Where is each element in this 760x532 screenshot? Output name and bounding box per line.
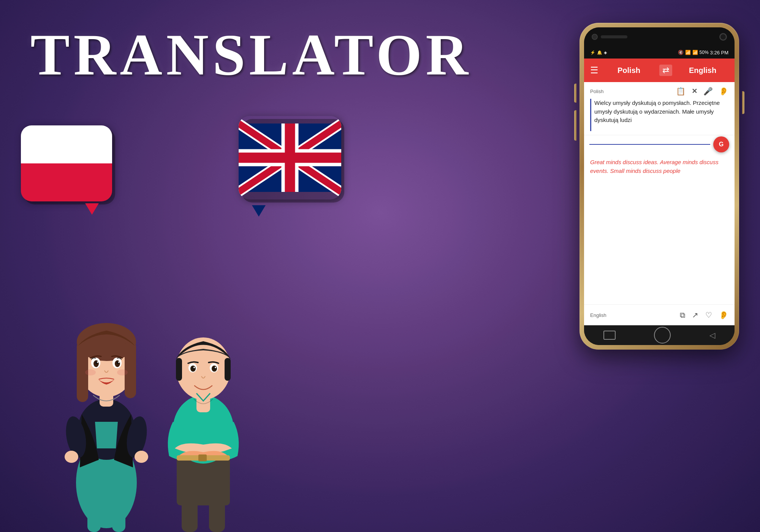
result-action-bar: English ⧉ ↗ ♡ 👂 bbox=[584, 304, 735, 325]
copy-result-icon[interactable]: ⧉ bbox=[680, 311, 685, 320]
listen-result-icon[interactable]: 👂 bbox=[719, 310, 728, 320]
male-character bbox=[148, 182, 258, 532]
svg-point-29 bbox=[118, 361, 120, 363]
svg-rect-41 bbox=[225, 358, 231, 381]
recent-apps-button[interactable] bbox=[603, 331, 616, 340]
power-button[interactable] bbox=[742, 91, 744, 114]
home-button[interactable] bbox=[654, 327, 671, 344]
notification-icon: 🔔 bbox=[597, 50, 602, 55]
phone-nav-bar: ◁ bbox=[584, 325, 735, 345]
svg-point-39 bbox=[176, 337, 231, 400]
svg-rect-11 bbox=[112, 505, 125, 532]
volume-down-button[interactable] bbox=[574, 110, 576, 141]
phone-sensor-bar bbox=[584, 27, 735, 46]
svg-point-48 bbox=[193, 367, 195, 368]
app-toolbar: ☰ Polish ⇄ English bbox=[584, 59, 735, 82]
front-camera bbox=[719, 33, 727, 41]
google-translate-icon: G bbox=[719, 141, 724, 148]
svg-rect-21 bbox=[125, 341, 136, 398]
app-content: Polish 📋 ✕ 🎤 👂 Wielcy umysły dyskutują o… bbox=[584, 82, 735, 325]
divider-line bbox=[589, 144, 710, 145]
svg-point-16 bbox=[135, 451, 148, 463]
hamburger-menu-icon[interactable]: ☰ bbox=[590, 65, 598, 76]
svg-point-31 bbox=[117, 369, 128, 375]
source-input-text[interactable]: Wielcy umysły dyskutują o pomysłach. Prz… bbox=[590, 99, 728, 131]
translate-button[interactable]: G bbox=[713, 136, 729, 152]
result-lang-label: English bbox=[590, 312, 606, 318]
svg-rect-40 bbox=[176, 358, 182, 381]
source-lang-label: Polish bbox=[590, 89, 603, 94]
svg-rect-10 bbox=[87, 505, 101, 532]
svg-point-49 bbox=[215, 367, 216, 368]
selfie-camera bbox=[592, 34, 598, 40]
clipboard-icon[interactable]: 📋 bbox=[676, 87, 686, 96]
wifi-icon: 📶 bbox=[685, 50, 691, 55]
usb-icon: ⚡ bbox=[590, 50, 595, 55]
android-icon: ◈ bbox=[604, 50, 607, 55]
polish-flag-bubble bbox=[21, 125, 120, 217]
favorite-icon[interactable]: ♡ bbox=[705, 310, 712, 320]
microphone-icon[interactable]: 🎤 bbox=[703, 87, 713, 96]
back-button[interactable]: ◁ bbox=[709, 331, 715, 340]
share-result-icon[interactable]: ↗ bbox=[692, 310, 698, 320]
status-right-info: 🔇 📶 📶 50% 3:26 PM bbox=[678, 50, 728, 55]
result-section: Great minds discuss ideas. Average minds… bbox=[584, 154, 735, 304]
target-language-label[interactable]: English bbox=[677, 66, 728, 75]
time-display: 3:26 PM bbox=[710, 50, 728, 55]
translated-text: Great minds discuss ideas. Average minds… bbox=[590, 158, 728, 175]
app-title: TRANSLATOR bbox=[30, 21, 472, 89]
svg-point-28 bbox=[97, 361, 98, 363]
status-bar: ⚡ 🔔 ◈ 🔇 📶 📶 50% 3:26 PM bbox=[584, 46, 735, 59]
female-character bbox=[49, 171, 163, 532]
svg-point-15 bbox=[65, 451, 78, 463]
translate-divider: G bbox=[584, 135, 735, 154]
volume-up-button[interactable] bbox=[574, 84, 576, 103]
phone-device: ⚡ 🔔 ◈ 🔇 📶 📶 50% 3:26 PM ☰ Polish ⇄ Engli… bbox=[580, 23, 739, 350]
mute-icon: 🔇 bbox=[678, 50, 684, 55]
swap-languages-icon[interactable]: ⇄ bbox=[659, 65, 672, 76]
svg-rect-37 bbox=[198, 454, 207, 461]
svg-rect-8 bbox=[239, 153, 341, 163]
svg-point-30 bbox=[85, 369, 96, 375]
uk-flag-bubble bbox=[239, 116, 345, 215]
speaker-grille bbox=[601, 35, 627, 38]
source-section: Polish 📋 ✕ 🎤 👂 Wielcy umysły dyskutują o… bbox=[584, 82, 735, 135]
speech-recognition-icon[interactable]: 👂 bbox=[719, 87, 728, 96]
battery-text: 50% bbox=[700, 50, 709, 55]
source-language-label[interactable]: Polish bbox=[603, 66, 655, 75]
status-left-icons: ⚡ 🔔 ◈ bbox=[590, 50, 607, 55]
clear-input-icon[interactable]: ✕ bbox=[692, 87, 697, 95]
signal-icon: 📶 bbox=[692, 50, 698, 55]
